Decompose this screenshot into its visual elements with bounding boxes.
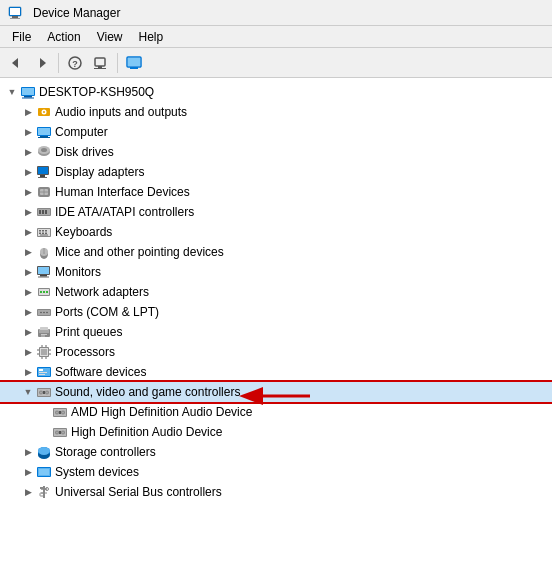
hid-expand-icon[interactable]: ▶ bbox=[20, 184, 36, 200]
svg-rect-71 bbox=[41, 334, 47, 335]
root-computer-icon bbox=[20, 84, 36, 100]
svg-rect-8 bbox=[95, 58, 105, 66]
tree-item-keyboard[interactable]: ▶ Keyboards bbox=[0, 222, 552, 242]
tree-item-disk[interactable]: ▶ Disk drives bbox=[0, 142, 552, 162]
svg-point-60 bbox=[40, 291, 42, 293]
print-expand-icon[interactable]: ▶ bbox=[20, 324, 36, 340]
svg-rect-47 bbox=[42, 233, 44, 235]
svg-point-66 bbox=[43, 312, 45, 314]
keyboard-label: Keyboards bbox=[55, 225, 112, 239]
storage-icon bbox=[36, 444, 52, 460]
ide-expand-icon[interactable]: ▶ bbox=[20, 204, 36, 220]
tree-item-system[interactable]: ▶ System devices bbox=[0, 462, 552, 482]
svg-rect-48 bbox=[45, 233, 47, 235]
monitors-label: Monitors bbox=[55, 265, 101, 279]
storage-label: Storage controllers bbox=[55, 445, 156, 459]
svg-point-106 bbox=[56, 432, 58, 434]
svg-rect-55 bbox=[38, 267, 49, 274]
monitor-button[interactable] bbox=[122, 51, 146, 75]
system-label: System devices bbox=[55, 465, 139, 479]
update-button[interactable] bbox=[89, 51, 113, 75]
tree-item-monitors[interactable]: ▶ Monitors bbox=[0, 262, 552, 282]
tree-item-storage[interactable]: ▶ Storage controllers bbox=[0, 442, 552, 462]
svg-rect-75 bbox=[41, 349, 47, 355]
svg-rect-49 bbox=[40, 235, 48, 236]
menu-item-file[interactable]: File bbox=[4, 28, 39, 46]
disk-icon bbox=[36, 144, 52, 160]
svg-rect-88 bbox=[39, 374, 45, 375]
sound-expand-icon[interactable]: ▼ bbox=[20, 384, 36, 400]
tree-item-sound[interactable]: ▼ Sound, video and game controllers bbox=[0, 382, 552, 402]
display-expand-icon[interactable]: ▶ bbox=[20, 164, 36, 180]
menu-item-help[interactable]: Help bbox=[131, 28, 172, 46]
tree-item-hd-audio[interactable]: High Definition Audio Device bbox=[0, 422, 552, 442]
svg-rect-56 bbox=[40, 275, 47, 277]
usb-icon bbox=[36, 484, 52, 500]
network-label: Network adapters bbox=[55, 285, 149, 299]
network-expand-icon[interactable]: ▶ bbox=[20, 284, 36, 300]
tree-item-amd-audio[interactable]: AMD High Definition Audio Device bbox=[0, 402, 552, 422]
processor-expand-icon[interactable]: ▶ bbox=[20, 344, 36, 360]
monitors-expand-icon[interactable]: ▶ bbox=[20, 264, 36, 280]
svg-point-99 bbox=[56, 412, 58, 414]
svg-rect-38 bbox=[39, 210, 41, 214]
svg-rect-30 bbox=[40, 175, 45, 177]
software-icon bbox=[36, 364, 52, 380]
svg-rect-40 bbox=[45, 210, 47, 214]
tree-item-ide[interactable]: ▶ IDE ATA/ATAPI controllers bbox=[0, 202, 552, 222]
tree-panel[interactable]: ▼ DESKTOP-KSH950Q ▶ Audio bbox=[0, 78, 552, 567]
audio-icon bbox=[36, 104, 52, 120]
forward-button[interactable] bbox=[30, 51, 54, 75]
tree-item-usb[interactable]: ▶ Universal Serial Bus controllers bbox=[0, 482, 552, 502]
svg-marker-5 bbox=[40, 58, 46, 68]
tree-item-processor[interactable]: ▶ Processors bbox=[0, 342, 552, 362]
title-bar-text: Device Manager bbox=[33, 6, 120, 20]
tree-item-mice[interactable]: ▶ Mice and other pointing devices bbox=[0, 242, 552, 262]
tree-item-print[interactable]: ▶ Print queues bbox=[0, 322, 552, 342]
mice-expand-icon[interactable]: ▶ bbox=[20, 244, 36, 260]
menu-item-view[interactable]: View bbox=[89, 28, 131, 46]
usb-expand-icon[interactable]: ▶ bbox=[20, 484, 36, 500]
svg-rect-46 bbox=[39, 233, 41, 235]
svg-point-108 bbox=[62, 432, 64, 434]
audio-expand-icon[interactable]: ▶ bbox=[20, 104, 36, 120]
amd-audio-icon bbox=[52, 404, 68, 420]
software-expand-icon[interactable]: ▶ bbox=[20, 364, 36, 380]
hid-label: Human Interface Devices bbox=[55, 185, 190, 199]
keyboard-expand-icon[interactable]: ▶ bbox=[20, 224, 36, 240]
svg-rect-3 bbox=[10, 8, 20, 15]
monitors-icon bbox=[36, 264, 52, 280]
svg-point-62 bbox=[46, 291, 48, 293]
tree-item-audio[interactable]: ▶ Audio inputs and outputs bbox=[0, 102, 552, 122]
storage-expand-icon[interactable]: ▶ bbox=[20, 444, 36, 460]
properties-button[interactable]: ? bbox=[63, 51, 87, 75]
svg-rect-24 bbox=[38, 137, 50, 138]
sound-icon bbox=[36, 384, 52, 400]
title-bar: Device Manager bbox=[0, 0, 552, 26]
ide-icon bbox=[36, 204, 52, 220]
hid-icon bbox=[36, 184, 52, 200]
mice-icon bbox=[36, 244, 52, 260]
tree-root[interactable]: ▼ DESKTOP-KSH950Q bbox=[0, 82, 552, 102]
svg-rect-72 bbox=[41, 336, 45, 337]
tree-item-ports[interactable]: ▶ Ports (COM & LPT) bbox=[0, 302, 552, 322]
tree-item-network[interactable]: ▶ Network adapters bbox=[0, 282, 552, 302]
tree-item-computer[interactable]: ▶ Computer bbox=[0, 122, 552, 142]
tree-item-software[interactable]: ▶ Software devices bbox=[0, 362, 552, 382]
svg-rect-23 bbox=[40, 136, 48, 137]
root-expand-icon[interactable]: ▼ bbox=[4, 84, 20, 100]
hd-audio-icon bbox=[52, 424, 68, 440]
computer-expand-icon[interactable]: ▶ bbox=[20, 124, 36, 140]
back-button[interactable] bbox=[4, 51, 28, 75]
system-expand-icon[interactable]: ▶ bbox=[20, 464, 36, 480]
disk-expand-icon[interactable]: ▶ bbox=[20, 144, 36, 160]
svg-rect-57 bbox=[38, 277, 49, 278]
svg-rect-44 bbox=[42, 230, 44, 232]
ports-expand-icon[interactable]: ▶ bbox=[20, 304, 36, 320]
svg-rect-87 bbox=[39, 372, 47, 373]
tree-item-display[interactable]: ▶ Display adapters bbox=[0, 162, 552, 182]
display-icon bbox=[36, 164, 52, 180]
tree-item-hid[interactable]: ▶ Human Interface Devices bbox=[0, 182, 552, 202]
menu-item-action[interactable]: Action bbox=[39, 28, 88, 46]
network-icon bbox=[36, 284, 52, 300]
